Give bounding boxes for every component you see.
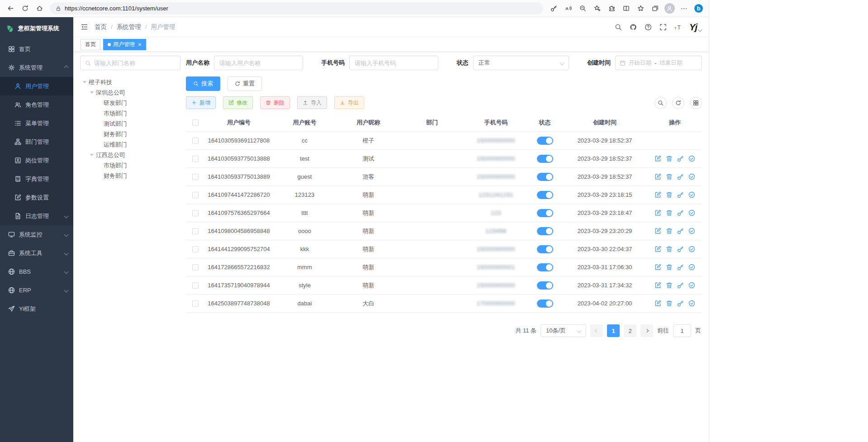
edit-button[interactable]: 修改 xyxy=(223,96,253,109)
sidebar-item-bbs[interactable]: BBS xyxy=(0,262,73,281)
sidebar-item-role-management[interactable]: 角色管理 xyxy=(0,95,73,114)
browser-back-button[interactable] xyxy=(4,2,17,15)
page-button-2[interactable]: 2 xyxy=(624,324,636,337)
status-toggle[interactable] xyxy=(537,191,553,199)
assign-role-row-button[interactable] xyxy=(688,209,695,216)
tree-node[interactable]: 市场部门 xyxy=(80,160,180,171)
reset-password-row-button[interactable] xyxy=(677,246,684,252)
username-input[interactable] xyxy=(219,60,298,67)
sidebar-item-system-monitor[interactable]: 系统监控 xyxy=(0,225,73,244)
assign-role-row-button[interactable] xyxy=(688,155,695,162)
docs-help-icon[interactable] xyxy=(645,24,652,31)
delete-row-button[interactable] xyxy=(666,173,673,180)
refresh-table-button[interactable] xyxy=(672,97,684,109)
tab-user-management[interactable]: 用户管理 × xyxy=(103,39,146,50)
status-toggle[interactable] xyxy=(537,209,553,217)
prev-page-button[interactable] xyxy=(590,324,603,337)
browser-menu-icon[interactable]: ⋯ xyxy=(677,2,691,15)
delete-row-button[interactable] xyxy=(666,282,673,289)
row-checkbox[interactable] xyxy=(192,138,199,144)
tree-node[interactable]: 财务部门 xyxy=(80,171,180,181)
column-settings-button[interactable] xyxy=(690,97,702,109)
phone-input[interactable] xyxy=(355,60,433,67)
saved-passwords-icon[interactable] xyxy=(547,2,560,15)
delete-row-button[interactable] xyxy=(666,209,673,216)
split-screen-icon[interactable] xyxy=(619,2,633,15)
sidebar-item-erp[interactable]: ERP xyxy=(0,281,73,299)
sidebar-item-param-settings[interactable]: 参数设置 xyxy=(0,188,73,207)
status-toggle[interactable] xyxy=(537,137,553,145)
delete-row-button[interactable] xyxy=(666,191,673,198)
read-aloud-icon[interactable]: A xyxy=(561,2,575,15)
reset-password-row-button[interactable] xyxy=(677,264,684,271)
reset-button[interactable]: 重置 xyxy=(228,76,262,91)
date-range-picker[interactable]: 开始日期 - 结束日期 xyxy=(615,56,702,70)
font-size-icon[interactable]: TT xyxy=(674,24,682,31)
sidebar-item-system-management[interactable]: 系统管理 xyxy=(0,58,73,77)
export-button[interactable]: 导出 xyxy=(334,96,364,109)
row-checkbox[interactable] xyxy=(192,210,199,216)
assign-role-row-button[interactable] xyxy=(688,246,695,252)
edit-row-button[interactable] xyxy=(655,246,661,252)
tree-node[interactable]: 运维部门 xyxy=(80,139,180,150)
sidebar-item-post-management[interactable]: 岗位管理 xyxy=(0,151,73,170)
reset-password-row-button[interactable] xyxy=(677,300,684,307)
next-page-button[interactable] xyxy=(640,324,653,337)
delete-row-button[interactable] xyxy=(666,264,673,271)
status-toggle[interactable] xyxy=(537,281,553,290)
github-icon[interactable] xyxy=(630,24,637,31)
reset-password-row-button[interactable] xyxy=(677,228,684,234)
sidebar-item-user-management[interactable]: 用户管理 xyxy=(0,77,73,95)
collapse-sidebar-button[interactable] xyxy=(81,23,88,31)
browser-profile-avatar[interactable] xyxy=(663,2,676,15)
add-button[interactable]: 新增 xyxy=(186,96,216,109)
breadcrumb-item-system[interactable]: 系统管理 xyxy=(117,23,141,31)
zoom-icon[interactable] xyxy=(576,2,589,15)
tree-node[interactable]: 橙子科技 xyxy=(80,77,180,87)
fullscreen-icon[interactable] xyxy=(659,24,667,31)
edit-row-button[interactable] xyxy=(655,228,661,234)
reset-password-row-button[interactable] xyxy=(677,191,684,198)
edit-row-button[interactable] xyxy=(655,300,661,307)
sidebar-item-dict-management[interactable]: 字典管理 xyxy=(0,170,73,188)
assign-role-row-button[interactable] xyxy=(688,282,695,289)
page-size-select[interactable]: 10条/页 xyxy=(541,324,586,337)
tree-node[interactable]: 江西总公司 xyxy=(80,150,180,160)
status-select[interactable]: 正常 xyxy=(473,56,569,70)
delete-button[interactable]: 删除 xyxy=(260,96,290,109)
sidebar-item-home[interactable]: 首页 xyxy=(0,40,73,58)
tree-node[interactable]: 市场部门 xyxy=(80,108,180,119)
delete-row-button[interactable] xyxy=(666,228,673,234)
add-favorite-icon[interactable] xyxy=(590,2,604,15)
extensions-icon[interactable] xyxy=(605,2,618,15)
row-checkbox[interactable] xyxy=(192,228,199,234)
delete-row-button[interactable] xyxy=(666,246,673,252)
reset-password-row-button[interactable] xyxy=(677,209,684,216)
status-toggle[interactable] xyxy=(537,155,553,163)
browser-home-button[interactable] xyxy=(33,2,46,15)
tree-node[interactable]: 测试部门 xyxy=(80,119,180,129)
edit-row-button[interactable] xyxy=(655,173,661,180)
assign-role-row-button[interactable] xyxy=(688,300,695,307)
breadcrumb-item-home[interactable]: 首页 xyxy=(95,23,107,31)
toggle-search-button[interactable] xyxy=(655,97,667,109)
status-toggle[interactable] xyxy=(537,227,553,235)
sidebar-item-system-tools[interactable]: 系统工具 xyxy=(0,244,73,262)
status-toggle[interactable] xyxy=(537,173,553,181)
edit-row-button[interactable] xyxy=(655,191,661,198)
row-checkbox[interactable] xyxy=(192,174,199,180)
assign-role-row-button[interactable] xyxy=(688,173,695,180)
favorites-icon[interactable] xyxy=(634,2,647,15)
row-checkbox[interactable] xyxy=(192,246,199,252)
delete-row-button[interactable] xyxy=(666,300,673,307)
assign-role-row-button[interactable] xyxy=(688,264,695,271)
status-toggle[interactable] xyxy=(537,299,553,308)
browser-address-bar[interactable]: https://ccnetcore.com:1101/system/user xyxy=(50,2,543,14)
goto-page-input[interactable] xyxy=(673,324,691,337)
sidebar-item-menu-management[interactable]: 菜单管理 xyxy=(0,114,73,133)
page-button-1[interactable]: 1 xyxy=(607,324,620,337)
tab-home[interactable]: 首页 xyxy=(81,39,100,50)
edit-row-button[interactable] xyxy=(655,209,661,216)
row-checkbox[interactable] xyxy=(192,264,199,271)
dept-search-input[interactable] xyxy=(94,60,175,67)
